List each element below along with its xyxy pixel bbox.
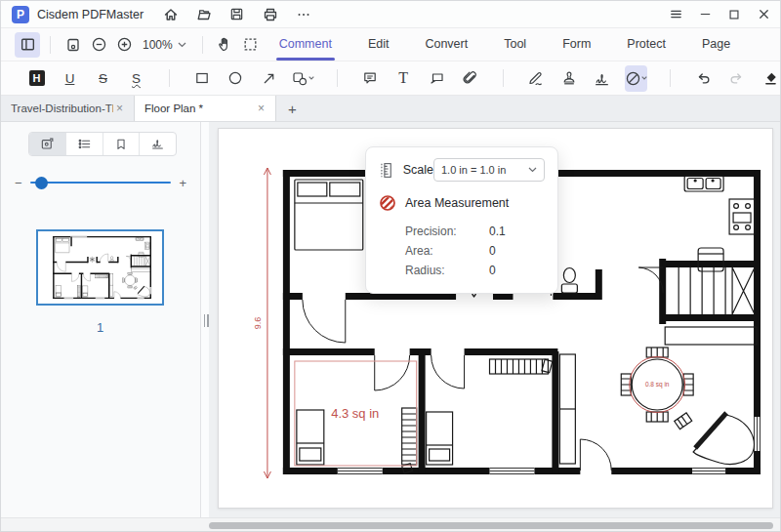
menu-icon[interactable] bbox=[661, 2, 690, 27]
attachment-tool-button[interactable] bbox=[460, 65, 480, 92]
bookmark-icon bbox=[114, 138, 128, 151]
redo-button[interactable] bbox=[726, 65, 747, 92]
precision-value: 0.1 bbox=[489, 225, 506, 238]
chevron-down-icon bbox=[641, 76, 647, 80]
scale-dropdown[interactable]: 1.0 in = 1.0 in bbox=[433, 158, 545, 182]
panel-tab-outline[interactable] bbox=[66, 133, 103, 155]
tab-page[interactable]: Page bbox=[702, 28, 730, 61]
slider-zoom-out[interactable]: − bbox=[15, 176, 22, 190]
maximize-icon[interactable] bbox=[719, 2, 749, 27]
slider-zoom-in[interactable]: + bbox=[179, 176, 186, 190]
document-tabbar: Travel-Distribution-Th... × Floor Plan *… bbox=[1, 96, 780, 122]
scale-label: Scale bbox=[403, 163, 433, 177]
radius-label: Radius: bbox=[405, 264, 489, 277]
undo-button[interactable] bbox=[693, 65, 714, 92]
page-number-label: 1 bbox=[36, 320, 164, 335]
outline-icon bbox=[77, 137, 92, 151]
scale-value: 1.0 in = 1.0 in bbox=[441, 164, 528, 176]
save-icon[interactable] bbox=[226, 3, 248, 25]
highlight-icon: H bbox=[29, 70, 45, 86]
separator bbox=[202, 36, 203, 54]
pdf-page[interactable]: 4.3 sq in 0.8 sq in 9.6 Scale 1.0 in = 1… bbox=[218, 128, 773, 509]
thumbnail-sidebar: − + 1 bbox=[1, 122, 201, 517]
shapes-tool-button[interactable] bbox=[292, 65, 314, 92]
callout-tool-button[interactable] bbox=[427, 65, 447, 92]
signature-tool-button[interactable] bbox=[592, 65, 612, 92]
minimize-icon[interactable] bbox=[690, 2, 719, 27]
panel-tab-bookmarks[interactable] bbox=[103, 133, 141, 155]
page-thumbnail[interactable] bbox=[36, 229, 164, 306]
pencil-tool-button[interactable] bbox=[525, 65, 546, 92]
measure-tool-button[interactable] bbox=[625, 65, 647, 92]
print-icon[interactable] bbox=[259, 3, 281, 25]
room-area-label: 4.3 sq in bbox=[331, 406, 379, 421]
chevron-down-icon bbox=[308, 76, 314, 80]
table-area-label: 0.8 sq in bbox=[645, 381, 670, 389]
more-icon[interactable] bbox=[292, 3, 314, 25]
highlight-tool-button[interactable]: H bbox=[26, 65, 47, 92]
zoom-level-value: 100% bbox=[143, 38, 173, 52]
separator bbox=[670, 69, 671, 87]
tool-title: Area Measurement bbox=[405, 196, 509, 210]
tab-protect[interactable]: Protect bbox=[627, 28, 666, 61]
document-tab-travel[interactable]: Travel-Distribution-Th... × bbox=[1, 96, 135, 121]
chevron-down-icon bbox=[178, 42, 186, 48]
home-icon[interactable] bbox=[159, 3, 182, 25]
horizontal-scrollbar-thumb[interactable] bbox=[209, 522, 773, 529]
text-tool-button[interactable]: T bbox=[393, 65, 414, 92]
measurement-fields: Precision:0.1 Area:0 Radius:0 bbox=[379, 222, 545, 280]
zoom-in-button[interactable] bbox=[111, 32, 137, 58]
app-title: Cisdem PDFMaster bbox=[37, 8, 144, 21]
open-folder-icon[interactable] bbox=[192, 3, 215, 25]
text-icon: T bbox=[398, 69, 408, 87]
tab-edit[interactable]: Edit bbox=[368, 28, 390, 61]
eraser-button[interactable] bbox=[760, 65, 780, 92]
thumbnail-size-slider: − + bbox=[15, 173, 186, 192]
arrow-tool-button[interactable] bbox=[259, 65, 279, 92]
app-logo: P bbox=[12, 6, 29, 23]
marquee-select-button[interactable] bbox=[238, 32, 264, 58]
scale-ruler-icon bbox=[379, 162, 395, 179]
separator bbox=[169, 69, 170, 87]
underline-tool-button[interactable]: U bbox=[60, 65, 80, 92]
panel-tab-signatures[interactable] bbox=[140, 133, 176, 155]
panel-tab-thumbnails[interactable] bbox=[29, 133, 66, 155]
ellipse-tool-button[interactable] bbox=[226, 65, 246, 92]
chevron-down-icon bbox=[528, 167, 537, 173]
measure-icon bbox=[625, 70, 641, 87]
slider-thumb[interactable] bbox=[35, 177, 48, 189]
strikethrough-tool-button[interactable]: S bbox=[93, 65, 113, 92]
tab-form[interactable]: Form bbox=[562, 28, 591, 61]
page-thumbnail-image bbox=[42, 233, 158, 302]
workspace: − + 1 4.3 sq i bbox=[1, 122, 780, 531]
document-canvas: 4.3 sq in 0.8 sq in 9.6 Scale 1.0 in = 1… bbox=[209, 122, 780, 517]
tab-comment[interactable]: Comment bbox=[279, 28, 332, 61]
slider-track[interactable] bbox=[30, 182, 172, 184]
rectangle-tool-button[interactable] bbox=[192, 65, 213, 92]
document-tab-floor-plan[interactable]: Floor Plan * × bbox=[135, 96, 276, 121]
zoom-level-dropdown[interactable]: 100% bbox=[143, 38, 186, 52]
thumbnails-icon bbox=[40, 137, 55, 151]
sidebar-toggle-button[interactable] bbox=[15, 32, 40, 58]
page-view-button[interactable] bbox=[61, 32, 86, 58]
app-logo-letter: P bbox=[17, 8, 24, 21]
annotation-toolbar: H U S S T bbox=[1, 61, 780, 96]
close-tab-icon[interactable]: × bbox=[113, 102, 126, 115]
new-tab-button[interactable]: + bbox=[276, 96, 308, 121]
horizontal-scrollbar[interactable] bbox=[1, 517, 780, 531]
area-value: 0 bbox=[489, 244, 496, 258]
zoom-out-button[interactable] bbox=[86, 32, 111, 58]
radius-value: 0 bbox=[489, 264, 496, 277]
close-tab-icon[interactable]: × bbox=[255, 102, 267, 115]
measurement-popup: Scale 1.0 in = 1.0 in Area Measurement bbox=[365, 146, 558, 294]
area-label: Area: bbox=[405, 244, 489, 258]
stamp-tool-button[interactable] bbox=[558, 65, 579, 92]
underline-icon: U bbox=[65, 71, 75, 86]
tab-convert[interactable]: Convert bbox=[425, 28, 468, 61]
separator bbox=[50, 36, 51, 54]
close-icon[interactable] bbox=[749, 2, 778, 27]
note-tool-button[interactable] bbox=[360, 65, 381, 92]
squiggly-tool-button[interactable]: S bbox=[126, 65, 146, 92]
hand-tool-button[interactable] bbox=[213, 32, 238, 58]
tab-tool[interactable]: Tool bbox=[504, 28, 526, 61]
